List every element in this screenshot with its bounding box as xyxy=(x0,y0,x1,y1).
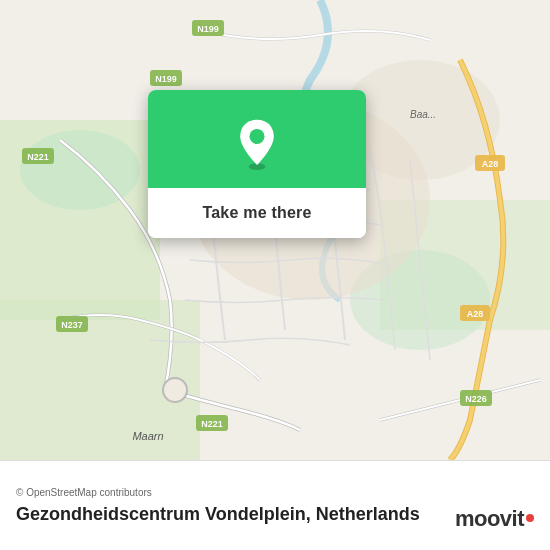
svg-text:N221: N221 xyxy=(27,152,49,162)
moovit-logo: moovit xyxy=(455,506,534,532)
svg-text:N226: N226 xyxy=(465,394,487,404)
moovit-logo-text: moovit xyxy=(455,506,524,532)
take-me-there-button[interactable]: Take me there xyxy=(148,188,366,238)
info-bar: © OpenStreetMap contributors Gezondheids… xyxy=(0,460,550,550)
map-attribution: © OpenStreetMap contributors xyxy=(16,487,534,498)
svg-text:Maarn: Maarn xyxy=(132,430,163,442)
location-pin-icon xyxy=(231,118,283,170)
svg-text:N199: N199 xyxy=(155,74,177,84)
svg-text:A28: A28 xyxy=(482,159,499,169)
svg-text:Baa...: Baa... xyxy=(410,109,436,120)
popup-green-area xyxy=(148,90,366,188)
svg-text:N221: N221 xyxy=(201,419,223,429)
svg-point-28 xyxy=(249,129,264,144)
moovit-logo-dot xyxy=(526,514,534,522)
popup-card: Take me there xyxy=(148,90,366,238)
svg-point-8 xyxy=(163,378,187,402)
svg-text:N237: N237 xyxy=(61,320,83,330)
svg-text:A28: A28 xyxy=(467,309,484,319)
map-container: N199 N199 N221 N221 N237 A28 A28 N226 Ma… xyxy=(0,0,550,460)
svg-text:N199: N199 xyxy=(197,24,219,34)
